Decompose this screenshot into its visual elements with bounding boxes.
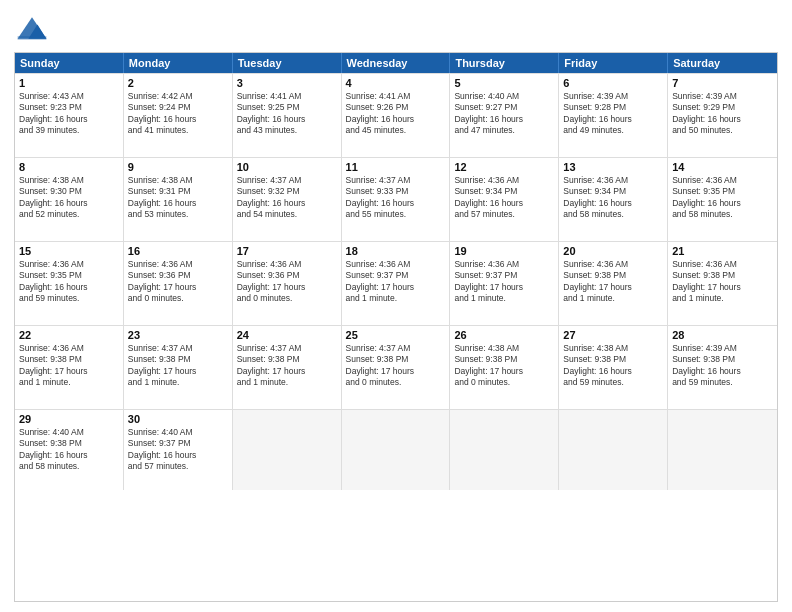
day-info: Sunrise: 4:40 AM Sunset: 9:27 PM Dayligh… [454,91,554,137]
day-number: 3 [237,77,337,89]
day-number: 29 [19,413,119,425]
calendar-cell: 4Sunrise: 4:41 AM Sunset: 9:26 PM Daylig… [342,74,451,157]
day-info: Sunrise: 4:41 AM Sunset: 9:25 PM Dayligh… [237,91,337,137]
day-header-monday: Monday [124,53,233,73]
calendar-cell: 26Sunrise: 4:38 AM Sunset: 9:38 PM Dayli… [450,326,559,409]
calendar-cell [233,410,342,490]
day-info: Sunrise: 4:36 AM Sunset: 9:37 PM Dayligh… [346,259,446,305]
day-number: 9 [128,161,228,173]
calendar-cell: 27Sunrise: 4:38 AM Sunset: 9:38 PM Dayli… [559,326,668,409]
calendar-cell: 2Sunrise: 4:42 AM Sunset: 9:24 PM Daylig… [124,74,233,157]
day-number: 27 [563,329,663,341]
day-info: Sunrise: 4:37 AM Sunset: 9:38 PM Dayligh… [237,343,337,389]
day-number: 24 [237,329,337,341]
day-info: Sunrise: 4:36 AM Sunset: 9:35 PM Dayligh… [19,259,119,305]
day-info: Sunrise: 4:43 AM Sunset: 9:23 PM Dayligh… [19,91,119,137]
calendar-cell: 5Sunrise: 4:40 AM Sunset: 9:27 PM Daylig… [450,74,559,157]
day-info: Sunrise: 4:36 AM Sunset: 9:34 PM Dayligh… [454,175,554,221]
day-number: 22 [19,329,119,341]
day-number: 18 [346,245,446,257]
day-header-saturday: Saturday [668,53,777,73]
calendar: SundayMondayTuesdayWednesdayThursdayFrid… [14,52,778,602]
day-number: 7 [672,77,773,89]
day-number: 14 [672,161,773,173]
calendar-cell: 6Sunrise: 4:39 AM Sunset: 9:28 PM Daylig… [559,74,668,157]
svg-rect-2 [18,36,47,40]
day-header-thursday: Thursday [450,53,559,73]
day-info: Sunrise: 4:38 AM Sunset: 9:38 PM Dayligh… [563,343,663,389]
calendar-cell: 23Sunrise: 4:37 AM Sunset: 9:38 PM Dayli… [124,326,233,409]
day-info: Sunrise: 4:42 AM Sunset: 9:24 PM Dayligh… [128,91,228,137]
day-number: 20 [563,245,663,257]
header [14,10,778,46]
calendar-cell: 20Sunrise: 4:36 AM Sunset: 9:38 PM Dayli… [559,242,668,325]
day-number: 10 [237,161,337,173]
calendar-row-3: 15Sunrise: 4:36 AM Sunset: 9:35 PM Dayli… [15,241,777,325]
day-number: 11 [346,161,446,173]
calendar-cell: 8Sunrise: 4:38 AM Sunset: 9:30 PM Daylig… [15,158,124,241]
calendar-cell: 7Sunrise: 4:39 AM Sunset: 9:29 PM Daylig… [668,74,777,157]
calendar-row-5: 29Sunrise: 4:40 AM Sunset: 9:38 PM Dayli… [15,409,777,490]
calendar-body: 1Sunrise: 4:43 AM Sunset: 9:23 PM Daylig… [15,73,777,490]
day-info: Sunrise: 4:39 AM Sunset: 9:28 PM Dayligh… [563,91,663,137]
calendar-cell: 3Sunrise: 4:41 AM Sunset: 9:25 PM Daylig… [233,74,342,157]
day-info: Sunrise: 4:36 AM Sunset: 9:37 PM Dayligh… [454,259,554,305]
day-info: Sunrise: 4:41 AM Sunset: 9:26 PM Dayligh… [346,91,446,137]
calendar-row-1: 1Sunrise: 4:43 AM Sunset: 9:23 PM Daylig… [15,73,777,157]
day-number: 30 [128,413,228,425]
day-info: Sunrise: 4:36 AM Sunset: 9:38 PM Dayligh… [19,343,119,389]
calendar-row-4: 22Sunrise: 4:36 AM Sunset: 9:38 PM Dayli… [15,325,777,409]
day-header-sunday: Sunday [15,53,124,73]
day-info: Sunrise: 4:38 AM Sunset: 9:31 PM Dayligh… [128,175,228,221]
calendar-cell: 17Sunrise: 4:36 AM Sunset: 9:36 PM Dayli… [233,242,342,325]
day-number: 6 [563,77,663,89]
day-info: Sunrise: 4:36 AM Sunset: 9:35 PM Dayligh… [672,175,773,221]
calendar-cell: 19Sunrise: 4:36 AM Sunset: 9:37 PM Dayli… [450,242,559,325]
day-number: 21 [672,245,773,257]
day-number: 2 [128,77,228,89]
calendar-cell: 10Sunrise: 4:37 AM Sunset: 9:32 PM Dayli… [233,158,342,241]
day-number: 4 [346,77,446,89]
day-number: 1 [19,77,119,89]
calendar-cell: 13Sunrise: 4:36 AM Sunset: 9:34 PM Dayli… [559,158,668,241]
day-info: Sunrise: 4:36 AM Sunset: 9:38 PM Dayligh… [563,259,663,305]
calendar-cell [559,410,668,490]
day-info: Sunrise: 4:37 AM Sunset: 9:38 PM Dayligh… [128,343,228,389]
day-info: Sunrise: 4:38 AM Sunset: 9:30 PM Dayligh… [19,175,119,221]
calendar-row-2: 8Sunrise: 4:38 AM Sunset: 9:30 PM Daylig… [15,157,777,241]
day-info: Sunrise: 4:37 AM Sunset: 9:33 PM Dayligh… [346,175,446,221]
day-info: Sunrise: 4:40 AM Sunset: 9:37 PM Dayligh… [128,427,228,473]
day-info: Sunrise: 4:36 AM Sunset: 9:34 PM Dayligh… [563,175,663,221]
day-number: 26 [454,329,554,341]
calendar-cell: 9Sunrise: 4:38 AM Sunset: 9:31 PM Daylig… [124,158,233,241]
day-info: Sunrise: 4:37 AM Sunset: 9:38 PM Dayligh… [346,343,446,389]
day-info: Sunrise: 4:36 AM Sunset: 9:36 PM Dayligh… [128,259,228,305]
calendar-cell: 29Sunrise: 4:40 AM Sunset: 9:38 PM Dayli… [15,410,124,490]
day-number: 25 [346,329,446,341]
day-number: 19 [454,245,554,257]
calendar-cell: 22Sunrise: 4:36 AM Sunset: 9:38 PM Dayli… [15,326,124,409]
calendar-cell: 28Sunrise: 4:39 AM Sunset: 9:38 PM Dayli… [668,326,777,409]
calendar-cell: 18Sunrise: 4:36 AM Sunset: 9:37 PM Dayli… [342,242,451,325]
calendar-cell [668,410,777,490]
calendar-cell [450,410,559,490]
calendar-cell: 30Sunrise: 4:40 AM Sunset: 9:37 PM Dayli… [124,410,233,490]
calendar-cell: 15Sunrise: 4:36 AM Sunset: 9:35 PM Dayli… [15,242,124,325]
day-number: 16 [128,245,228,257]
calendar-cell: 12Sunrise: 4:36 AM Sunset: 9:34 PM Dayli… [450,158,559,241]
calendar-cell: 25Sunrise: 4:37 AM Sunset: 9:38 PM Dayli… [342,326,451,409]
calendar-header: SundayMondayTuesdayWednesdayThursdayFrid… [15,53,777,73]
day-info: Sunrise: 4:37 AM Sunset: 9:32 PM Dayligh… [237,175,337,221]
day-header-wednesday: Wednesday [342,53,451,73]
day-number: 13 [563,161,663,173]
calendar-cell: 16Sunrise: 4:36 AM Sunset: 9:36 PM Dayli… [124,242,233,325]
logo [14,10,54,46]
day-header-tuesday: Tuesday [233,53,342,73]
day-number: 5 [454,77,554,89]
calendar-cell: 1Sunrise: 4:43 AM Sunset: 9:23 PM Daylig… [15,74,124,157]
calendar-cell: 14Sunrise: 4:36 AM Sunset: 9:35 PM Dayli… [668,158,777,241]
day-number: 28 [672,329,773,341]
day-info: Sunrise: 4:36 AM Sunset: 9:36 PM Dayligh… [237,259,337,305]
day-info: Sunrise: 4:40 AM Sunset: 9:38 PM Dayligh… [19,427,119,473]
calendar-cell: 21Sunrise: 4:36 AM Sunset: 9:38 PM Dayli… [668,242,777,325]
